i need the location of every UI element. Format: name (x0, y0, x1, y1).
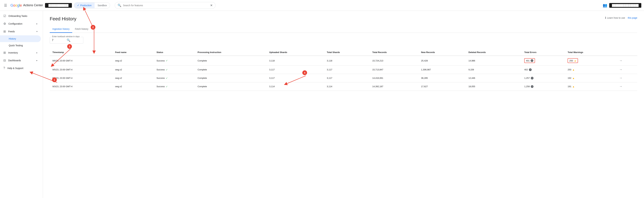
table-row[interactable]: 9/4/23, 23:00 GMT-4owg.v2Success ✓Comple… (50, 74, 637, 82)
learn-link: ℹ Learn how to use this page (605, 16, 637, 19)
tab-fetch-history[interactable]: Fetch history (72, 26, 91, 33)
production-env-button[interactable]: ✓ Production (74, 3, 94, 8)
col-header-processing: Processing Instruction (195, 49, 266, 56)
env-switcher: ✓ Production Sandbox (74, 2, 110, 9)
sidebar-item-dashboards[interactable]: ⊟ Dashboards ▸ (0, 57, 41, 64)
lookback-input[interactable] (52, 39, 65, 42)
status-success: Success ✓ (156, 85, 192, 88)
col-header-total-errors: Total Errors (522, 49, 565, 56)
account-pill[interactable]: ████████████ (45, 3, 72, 8)
search-bar: 🔍 ✕ (115, 2, 216, 9)
app-layout: ☑ Onboarding Tasks ⚙ Configuration ▸ ⊞ F… (0, 11, 644, 198)
google-wordmark: Google (10, 3, 22, 8)
col-header-timestamp: Timestamp (50, 49, 112, 56)
success-check-icon: ✓ (166, 77, 168, 79)
cell-deleted-records: 14,986 (466, 56, 522, 65)
info-circle-icon: ℹ (605, 16, 606, 19)
lookback-label: Enter lookback window in days (52, 35, 80, 38)
app-name: Actions Center (23, 4, 43, 7)
row-nav-arrow[interactable]: → (619, 68, 622, 71)
search-icon: 🔍 (118, 4, 121, 7)
user-pill[interactable]: ████████████████ (609, 3, 641, 8)
feed-history-table: Timestamp Feed name Status Processing In… (50, 49, 637, 91)
lookback-search-icon[interactable]: 🔍 (67, 38, 70, 42)
main-content: Feed History ℹ Learn how to use this pag… (43, 11, 644, 198)
col-header-feed-name: Feed name (112, 49, 154, 56)
cell-new-records: 25,428 (418, 56, 466, 65)
cell-nav[interactable]: → (616, 65, 637, 74)
sandbox-env-button[interactable]: Sandbox (94, 3, 110, 8)
col-header-total-records: Total Records (370, 49, 418, 56)
lookback-input-wrapper: Enter lookback window in days 🔍 (50, 37, 83, 44)
sidebar-item-onboarding[interactable]: ☑ Onboarding Tasks (0, 12, 41, 20)
cell-timestamp: 9/3/23, 23:00 GMT-4 (50, 82, 112, 91)
menu-icon[interactable]: ☰ (3, 2, 8, 9)
sidebar-item-configuration[interactable]: ⚙ Configuration ▸ (0, 20, 41, 28)
cell-nav[interactable]: → (616, 82, 637, 91)
feeds-icon: ⊞ (3, 30, 6, 33)
col-header-total-warnings: Total Warnings (565, 49, 616, 56)
error-value: 1,258 i (524, 85, 562, 88)
error-value: 402 i (524, 68, 562, 71)
sidebar-item-history[interactable]: History (0, 35, 41, 42)
lookback-container: Enter lookback window in days 🔍 (50, 37, 83, 44)
row-nav-arrow[interactable]: → (619, 76, 622, 80)
row-nav-arrow[interactable]: → (619, 59, 622, 62)
cell-uploaded-shards: 3,114 (266, 82, 324, 91)
search-input[interactable] (123, 4, 208, 7)
cell-uploaded-shards: 3,118 (266, 56, 324, 65)
cell-deleted-records: 12,446 (466, 74, 522, 82)
cell-feed-name: owg.v2 (112, 82, 154, 91)
configuration-expand-icon: ▸ (36, 23, 38, 25)
warning-value: 250 ▲ (568, 58, 578, 63)
warning-value: 192 ▲ (568, 77, 614, 79)
user-settings-icon[interactable]: 👥 (603, 3, 607, 8)
cell-processing: Complete (195, 74, 266, 82)
cell-nav[interactable]: → (616, 74, 637, 82)
sidebar-item-help[interactable]: ? Help & Support (0, 64, 41, 72)
cell-feed-name: owg.v2 (112, 74, 154, 82)
help-icon: ? (3, 66, 5, 70)
cell-status: Success ✓ (154, 82, 195, 91)
page-header: Feed History ℹ Learn how to use this pag… (50, 16, 637, 22)
table-header-row: Timestamp Feed name Status Processing In… (50, 49, 637, 56)
cell-total-records: 14,392,187 (370, 82, 418, 91)
warning-triangle-icon: ▲ (572, 85, 575, 88)
table-row[interactable]: 9/3/23, 23:00 GMT-4owg.v2Success ✓Comple… (50, 82, 637, 91)
clear-search-icon[interactable]: ✕ (210, 4, 213, 7)
error-info-icon: i (531, 85, 534, 88)
cell-processing: Complete (195, 82, 266, 91)
cell-timestamp: 9/4/23, 23:00 GMT-4 (50, 74, 112, 82)
warning-triangle-icon: ▲ (574, 59, 576, 62)
sidebar-item-feeds[interactable]: ⊞ Feeds ▾ (0, 28, 41, 35)
col-header-new-records: New Records (418, 49, 466, 56)
cell-total-shards: 3,117 (324, 74, 370, 82)
cell-nav[interactable]: → (616, 56, 637, 65)
table-row[interactable]: 9/6/23, 23:00 GMT-4owg.v2Success ✓Comple… (50, 56, 637, 65)
cell-timestamp: 9/5/23, 23:00 GMT-4 (50, 65, 112, 74)
cell-total-errors: 402 i (522, 65, 565, 74)
cell-uploaded-shards: 3,117 (266, 65, 324, 74)
cell-uploaded-shards: 3,117 (266, 74, 324, 82)
cell-deleted-records: 9,159 (466, 65, 522, 74)
cell-status: Success ✓ (154, 65, 195, 74)
success-check-icon: ✓ (166, 59, 168, 62)
row-nav-arrow[interactable]: → (619, 85, 622, 88)
cell-total-records: 14,416,061 (370, 74, 418, 82)
cell-total-warnings: 192 ▲ (565, 74, 616, 82)
sidebar-item-inventory[interactable]: ⊞ Inventory ▸ (0, 49, 41, 57)
error-info-icon: i (530, 59, 533, 62)
col-header-nav (616, 49, 637, 56)
status-success: Success ✓ (156, 59, 192, 62)
col-header-status: Status (154, 49, 195, 56)
col-header-uploaded-shards: Uploaded Shards (266, 49, 324, 56)
tab-ingestion-history[interactable]: Ingestion history (50, 26, 72, 33)
this-page-link[interactable]: this page (628, 17, 637, 19)
success-check-icon: ✓ (166, 68, 168, 71)
cell-total-warnings: 250 ▲ (565, 56, 616, 65)
check-icon: ✓ (77, 4, 79, 7)
table-row[interactable]: 9/5/23, 23:00 GMT-4owg.v2Success ✓Comple… (50, 65, 637, 74)
sidebar-item-quick-testing[interactable]: Quick Testing (0, 42, 41, 49)
status-success: Success ✓ (156, 68, 192, 71)
cell-processing: Complete (195, 56, 266, 65)
